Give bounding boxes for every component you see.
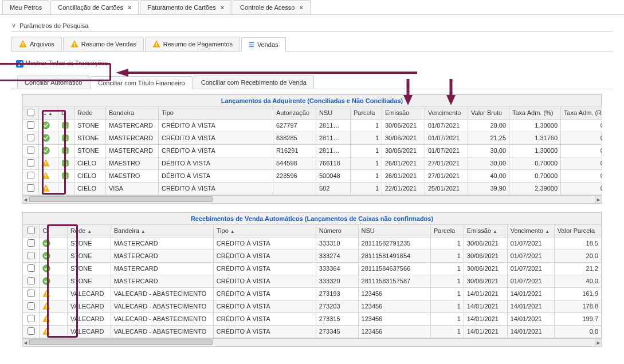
table-row[interactable]: VALECARDVALECARD - ABASTECIMENTOCRÉDITO … (23, 300, 602, 312)
inner-tab[interactable]: Resumo de Vendas (63, 37, 144, 51)
row-checkbox[interactable] (28, 315, 35, 322)
row-checkbox[interactable] (27, 184, 34, 192)
top-tab[interactable]: Meu Petros (2, 0, 49, 14)
status-icon (40, 237, 67, 250)
close-icon[interactable]: × (299, 4, 303, 11)
column-header[interactable]: Parcela (351, 106, 382, 119)
cell-tipo: CRÉDITO À VISTA (159, 132, 273, 144)
row-checkbox[interactable] (27, 147, 34, 154)
cell-taxa-rs: 0,1 (561, 119, 603, 132)
column-header[interactable]: Valor Bruto (468, 106, 509, 119)
show-all-label[interactable]: Mostrar Todas as Transações (16, 60, 108, 66)
table2-scrollbar[interactable]: ◄ ► (22, 338, 602, 346)
column-header[interactable]: Taxa Adm. (%) (509, 106, 561, 119)
table-row[interactable]: CIELOVISACRÉDITO À VISTA582122/01/202125… (23, 182, 603, 195)
table-row[interactable]: STONEMASTERCARDCRÉDITO À VISTA3333642811… (23, 262, 602, 275)
top-tab[interactable]: Faturamento de Cartões× (140, 0, 231, 14)
close-icon[interactable]: × (128, 4, 131, 11)
column-header[interactable]: Taxa Adm. (R$) (561, 106, 603, 119)
cell-bandeira: MASTERCARD (106, 119, 159, 132)
scroll-right-icon[interactable]: ► (595, 196, 602, 204)
close-icon[interactable]: × (221, 4, 224, 11)
table-row[interactable]: VALECARDVALECARD - ABASTECIMENTOCRÉDITO … (23, 312, 602, 325)
column-header[interactable]: Autorização (273, 106, 316, 119)
inner-tab[interactable]: ☰Vendas (241, 37, 286, 52)
column-header[interactable]: Número (316, 224, 358, 237)
select-all-checkbox[interactable] (28, 227, 35, 234)
table-row[interactable]: VALECARDVALECARD - ABASTECIMENTOCRÉDITO … (23, 287, 602, 300)
column-header[interactable]: Tipo (213, 224, 316, 237)
inner-tab[interactable]: Resumo de Pagamentos (145, 37, 240, 51)
column-header[interactable]: Vencimento (507, 224, 554, 237)
scroll-left-icon[interactable]: ◄ (22, 196, 29, 204)
table-row[interactable]: STONEMASTERCARDCRÉDITO À VISTA3333102811… (23, 237, 602, 250)
link-icon (58, 157, 74, 169)
cell-bandeira: VALECARD - ABASTECIMENTO (111, 287, 213, 300)
cell-tipo: CRÉDITO À VISTA (213, 325, 316, 338)
top-tab[interactable]: Conciliação de Cartões× (50, 0, 139, 14)
table-row[interactable]: STONEMASTERCARDCRÉDITO À VISTA6382852811… (23, 132, 603, 144)
cell-valor-bruto: 20,00 (468, 119, 509, 132)
status-icon (40, 250, 67, 262)
show-all-checkbox[interactable] (16, 60, 23, 68)
table-row[interactable]: CIELOMAESTRODÉBITO À VISTA22359650004812… (23, 169, 603, 182)
row-checkbox[interactable] (28, 290, 35, 297)
column-header[interactable]: Emissão (464, 224, 507, 237)
cell-nsu: 28111582791235 (358, 237, 430, 250)
column-header[interactable]: Emissão (382, 106, 425, 119)
column-header[interactable]: NSU (316, 106, 351, 119)
column-header[interactable] (23, 106, 39, 119)
row-checkbox[interactable] (27, 159, 34, 167)
row-checkbox[interactable] (28, 252, 35, 259)
row-checkbox[interactable] (28, 327, 35, 335)
row-checkbox[interactable] (28, 239, 35, 247)
table1-title: Lançamentos da Adquirente (221, 97, 306, 104)
row-checkbox[interactable] (27, 121, 34, 129)
scroll-thumb[interactable] (29, 196, 213, 202)
inner-tab[interactable]: Arquivos (11, 37, 62, 51)
status-icon (40, 312, 67, 325)
top-tab[interactable]: Controle de Acesso× (233, 0, 311, 14)
cell-numero: 333310 (316, 237, 358, 250)
sub-tab[interactable]: Conciliar Automático (17, 76, 89, 89)
cell-vencimento: 14/01/2021 (507, 325, 554, 338)
sub-tab-bar: Conciliar AutomáticoConciliar com Título… (11, 76, 613, 89)
row-checkbox[interactable] (27, 134, 34, 141)
column-header[interactable]: Bandeira (111, 224, 213, 237)
column-header[interactable]: Rede (74, 106, 106, 119)
scroll-right-icon[interactable]: ► (595, 339, 602, 347)
column-header[interactable]: Valor Parcela (554, 224, 601, 237)
column-header[interactable]: C (40, 224, 67, 237)
column-header[interactable]: Bandeira (106, 106, 159, 119)
column-header[interactable] (23, 224, 40, 237)
params-header[interactable]: ∨ Parâmetros de Pesquisa (11, 22, 613, 32)
row-checkbox[interactable] (28, 302, 35, 310)
table-row[interactable]: STONEMASTERCARDCRÉDITO À VISTA3332742811… (23, 250, 602, 262)
table-row[interactable]: VALECARDVALECARD - ABASTECIMENTOCRÉDITO … (23, 325, 602, 338)
column-header[interactable]: NSU (358, 224, 430, 237)
sub-tab[interactable]: Conciliar com Título Financeiro (91, 76, 192, 89)
row-checkbox[interactable] (28, 264, 35, 272)
sub-tab[interactable]: Conciliar com Recebimento de Venda (194, 76, 314, 89)
column-header[interactable]: Parcela (430, 224, 464, 237)
table2-title-bar: Recebimentos de Venda Automáticos (Lança… (22, 212, 602, 224)
column-header[interactable]: C (39, 106, 58, 119)
table1-scrollbar[interactable]: ◄ ► (22, 195, 602, 203)
row-checkbox[interactable] (28, 277, 35, 284)
cell-tipo: CRÉDITO À VISTA (159, 182, 273, 195)
table-row[interactable]: CIELOMAESTRODÉBITO À VISTA54459876611812… (23, 157, 603, 169)
status-icon (39, 119, 58, 132)
column-header[interactable]: L (58, 106, 74, 119)
cell-parcela: 1 (351, 119, 382, 132)
cell-emissao: 30/06/2021 (464, 275, 507, 287)
table-row[interactable]: STONEMASTERCARDCRÉDITO À VISTA3333202811… (23, 275, 602, 287)
scroll-left-icon[interactable]: ◄ (22, 339, 29, 347)
column-header[interactable]: Tipo (159, 106, 273, 119)
column-header[interactable]: Rede (67, 224, 111, 237)
table-row[interactable]: STONEMASTERCARDCRÉDITO À VISTA6277972811… (23, 119, 603, 132)
table-row[interactable]: STONEMASTERCARDCRÉDITO À VISTAR162912811… (23, 144, 603, 157)
row-checkbox[interactable] (27, 172, 34, 179)
select-all-checkbox[interactable] (27, 109, 34, 116)
scroll-thumb[interactable] (29, 339, 213, 345)
column-header[interactable]: Vencimento (425, 106, 468, 119)
